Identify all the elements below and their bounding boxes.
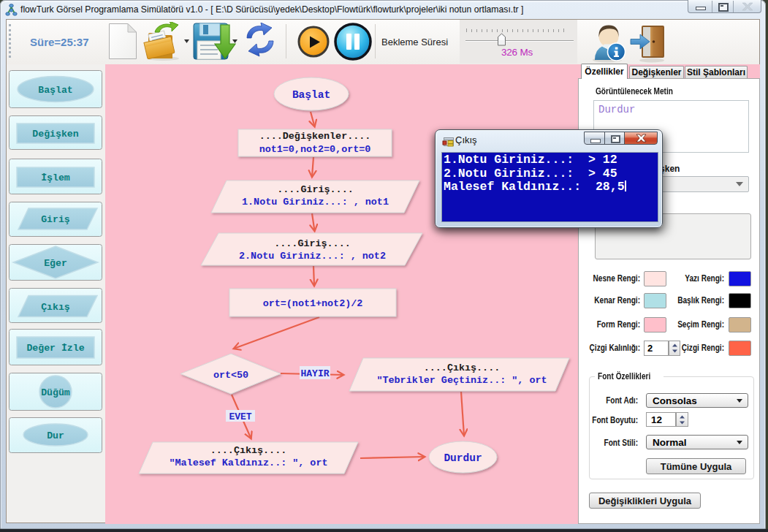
svg-text:"Tebrikler Geçtiniz..: ", ort: "Tebrikler Geçtiniz..: ", ort [376, 375, 547, 386]
svg-text:ort=(not1+not2)/2: ort=(not1+not2)/2 [263, 298, 363, 309]
svg-text:....Giriş....: ....Giriş.... [274, 238, 350, 249]
svg-text:EVET: EVET [229, 411, 251, 422]
svg-text:Giriş: Giriş [41, 214, 70, 225]
svg-text:Değer İzle: Değer İzle [26, 343, 84, 354]
svg-text:Başlat: Başlat [38, 85, 72, 96]
svg-text:İşlem: İşlem [41, 172, 70, 183]
svg-text:....Değişkenler....: ....Değişkenler.... [259, 131, 371, 142]
svg-text:Durdur: Durdur [444, 452, 482, 464]
svg-text:"Malesef Kaldınız..: ", ort: "Malesef Kaldınız..: ", ort [170, 457, 328, 468]
svg-text:not1=0,not2=0,ort=0: not1=0,not2=0,ort=0 [259, 144, 371, 155]
svg-text:Eğer: Eğer [44, 258, 67, 269]
svg-text:1.Notu Giriniz...: , not1: 1.Notu Giriniz...: , not1 [242, 197, 389, 208]
svg-text:Düğüm: Düğüm [41, 387, 70, 398]
svg-text:....Çıkış....: ....Çıkış.... [424, 362, 500, 373]
svg-text:Başlat: Başlat [292, 89, 330, 101]
svg-text:Değişken: Değişken [32, 129, 78, 140]
svg-text:2.Notu Giriniz...: , not2: 2.Notu Giriniz...: , not2 [239, 251, 386, 262]
svg-text:HAYIR: HAYIR [300, 368, 329, 379]
svg-text:Çıkış: Çıkış [41, 302, 70, 313]
svg-text:....Giriş....: ....Giriş.... [277, 184, 353, 195]
svg-text:ort<50: ort<50 [213, 370, 248, 381]
svg-text:Dur: Dur [47, 430, 64, 441]
svg-text:....Çıkış....: ....Çıkış.... [210, 445, 286, 456]
